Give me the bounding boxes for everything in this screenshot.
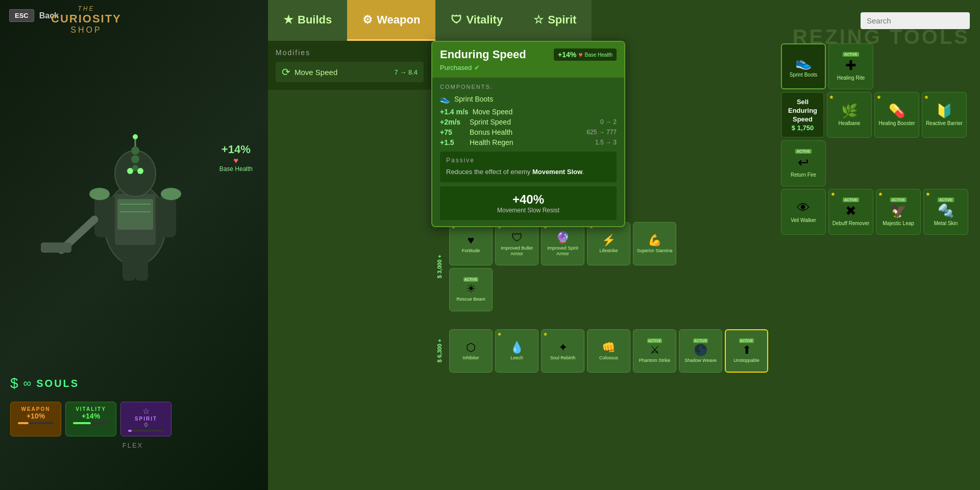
left-panel: ESC Back THE CURIOSITY SHOP: [0, 0, 268, 490]
sprint-boots-card[interactable]: 👟 Sprint Boots: [781, 43, 826, 89]
reactive-barrier-name: Reactive Barrier: [926, 120, 963, 127]
sprint-boots-item-icon: 👟: [795, 55, 812, 70]
phantom-strike-card[interactable]: ACTIVE ⚔ Phantom Strike: [633, 329, 676, 373]
stat-change-3: 625 → 777: [586, 129, 617, 136]
colossus-card[interactable]: 👊 Colossus: [587, 329, 630, 373]
inhibitor-card[interactable]: ⬡ Inhibitor: [449, 329, 493, 373]
leech-name: Leech: [510, 355, 523, 361]
stat-change-4: 1.5 → 3: [595, 139, 617, 146]
reactive-barrier-card[interactable]: ★ 🔰 Reactive Barrier: [922, 92, 967, 138]
leech-star-icon: ★: [497, 331, 502, 337]
return-fire-active-badge: ACTIVE: [795, 149, 811, 154]
spirit-tab-nav[interactable]: ☆ Spirit: [518, 0, 592, 41]
bottom-stats: $ ∞ SOULS WEAPON +10% VITALITY +14% ☆ SP…: [0, 375, 265, 449]
popup-header: Enduring Speed +14% ♥ Base Health Purcha…: [432, 42, 624, 78]
improved-bullet-armor-card[interactable]: ★ 🛡 Improved Bullet Armor: [495, 222, 538, 265]
svg-point-19: [131, 155, 139, 163]
improved-bullet-armor-icon: 🛡: [511, 231, 523, 244]
esc-button[interactable]: ESC: [9, 9, 34, 22]
healbane-star-icon: ★: [829, 94, 834, 101]
stat-val-3: +75: [440, 128, 465, 136]
soul-rebirth-card[interactable]: ★ ✦ Soul Rebirth: [541, 329, 584, 373]
purchased-label: Purchased: [440, 64, 472, 71]
stat-name-3: Bonus Health: [470, 128, 512, 136]
phantom-strike-active-badge: ACTIVE: [647, 338, 662, 343]
svg-point-10: [127, 168, 133, 174]
passive-title: Passive: [446, 157, 610, 164]
popup-body: COMPONENTS: 👟 Sprint Boots +1.4 m/s Move…: [432, 78, 624, 226]
superior-stamina-icon: 💪: [648, 234, 662, 247]
weapon-tab-nav[interactable]: ⚙ Weapon: [347, 0, 435, 41]
debuff-remover-card[interactable]: ★ ACTIVE ✖ Debuff Remover: [828, 189, 873, 235]
phantom-strike-name: Phantom Strike: [639, 358, 671, 363]
sell-label: SellEnduringSpeed: [787, 98, 818, 124]
builds-tab[interactable]: ★ Builds: [268, 0, 347, 41]
popup-title: Enduring Speed: [440, 48, 526, 61]
reactive-barrier-star-icon: ★: [924, 94, 929, 101]
unstoppable-name: Unstoppable: [733, 358, 760, 363]
veil-walker-name: Veil Walker: [791, 217, 816, 224]
healing-booster-card[interactable]: ★ 💊 Healing Booster: [874, 92, 919, 138]
unstoppable-active-badge: ACTIVE: [739, 338, 754, 343]
improved-bullet-armor-name: Improved Bullet Armor: [499, 246, 535, 257]
svg-point-18: [131, 146, 139, 155]
metal-skin-name: Metal Skin: [934, 220, 958, 227]
fortitude-icon: ♥: [468, 234, 474, 247]
weapon-tab-label: Weapon: [377, 13, 420, 27]
modifies-change: 7 → 8.4: [394, 68, 418, 76]
vitality-tab[interactable]: VITALITY +14%: [65, 402, 116, 436]
superior-stamina-card[interactable]: 💪 Superior Stamina: [633, 222, 676, 265]
modifies-item: ⟳ Move Speed 7 → 8.4: [276, 62, 424, 82]
veil-walker-icon: 👁: [797, 200, 810, 216]
debuff-remover-active-badge: ACTIVE: [843, 198, 859, 202]
component-name: Sprint Boots: [454, 95, 493, 103]
svg-rect-3: [117, 199, 153, 230]
spirit-tab[interactable]: ☆ SPIRIT 0: [120, 402, 172, 436]
search-input[interactable]: [861, 12, 970, 29]
rescue-beam-name: Rescue Beam: [456, 297, 485, 302]
metal-skin-card[interactable]: ★ ACTIVE 🔩 Metal Skin: [923, 189, 968, 235]
stat-row-3: +75 Bonus Health 625 → 777: [440, 128, 617, 136]
rescue-beam-icon: ☀: [466, 282, 476, 296]
resist-label: Movement Slow Resist: [446, 207, 610, 214]
rescue-beam-active-badge: ACTIVE: [463, 277, 478, 282]
shop-curiosity: CURIOSITY: [51, 12, 121, 26]
healing-rite-name: Healing Rite: [837, 75, 865, 81]
majestic-leap-active-badge: ACTIVE: [890, 198, 906, 202]
flex-label: FLEX: [10, 442, 255, 449]
healbane-name: Healbane: [839, 120, 861, 127]
leech-card[interactable]: ★ 💧 Leech: [495, 329, 538, 373]
majestic-leap-card[interactable]: ★ ACTIVE 🦅 Majestic Leap: [876, 189, 921, 235]
build-tabs: WEAPON +10% VITALITY +14% ☆ SPIRIT 0: [10, 402, 255, 436]
sell-card[interactable]: SellEnduringSpeed $ 1,750: [781, 92, 824, 138]
improved-spirit-armor-card[interactable]: ★ 🔮 Improved Spirit Armor: [541, 222, 584, 265]
sprint-boots-item-name: Sprint Boots: [790, 72, 817, 78]
souls-row: $ ∞ SOULS: [10, 375, 255, 391]
modifies-item-name: Move Speed: [295, 68, 337, 77]
soul-rebirth-star-icon: ★: [543, 331, 548, 337]
stat-val-2: +2m/s: [440, 118, 465, 126]
lifestrike-icon: ⚡: [602, 234, 616, 247]
svg-rect-7: [41, 242, 71, 253]
metal-skin-star-icon: ★: [925, 191, 930, 198]
healbane-card[interactable]: ★ 🌿 Healbane: [827, 92, 872, 138]
fortitude-card[interactable]: ★ ♥ Fortitude: [449, 222, 493, 265]
svg-point-13: [133, 134, 138, 139]
shadow-weave-card[interactable]: ACTIVE 🌑 Shadow Weave: [679, 329, 722, 373]
resist-section: +40% Movement Slow Resist: [440, 186, 617, 220]
veil-walker-card[interactable]: 👁 Veil Walker: [781, 189, 826, 235]
shadow-weave-name: Shadow Weave: [684, 358, 717, 363]
unstoppable-card[interactable]: ACTIVE ⬆ Unstoppable: [725, 329, 768, 373]
shop-the: THE: [51, 5, 121, 12]
return-fire-card[interactable]: ACTIVE ↩ Return Fire: [781, 140, 826, 186]
healing-booster-star-icon: ★: [876, 94, 881, 101]
svg-point-15: [161, 188, 181, 200]
weapon-tab[interactable]: WEAPON +10%: [10, 402, 61, 436]
rescue-beam-card[interactable]: ACTIVE ☀ Rescue Beam: [449, 268, 493, 311]
svg-point-20: [132, 165, 138, 171]
stat-name-1: Move Speed: [473, 108, 513, 116]
healing-rite-card[interactable]: ACTIVE ✚ Healing Rite: [828, 43, 873, 89]
lifestrike-card[interactable]: ★ ⚡ Lifestrike: [587, 222, 630, 265]
vitality-tab-nav[interactable]: 🛡 Vitality: [435, 0, 518, 41]
right-row-1: 👟 Sprint Boots ACTIVE ✚ Healing Rite: [781, 43, 977, 89]
